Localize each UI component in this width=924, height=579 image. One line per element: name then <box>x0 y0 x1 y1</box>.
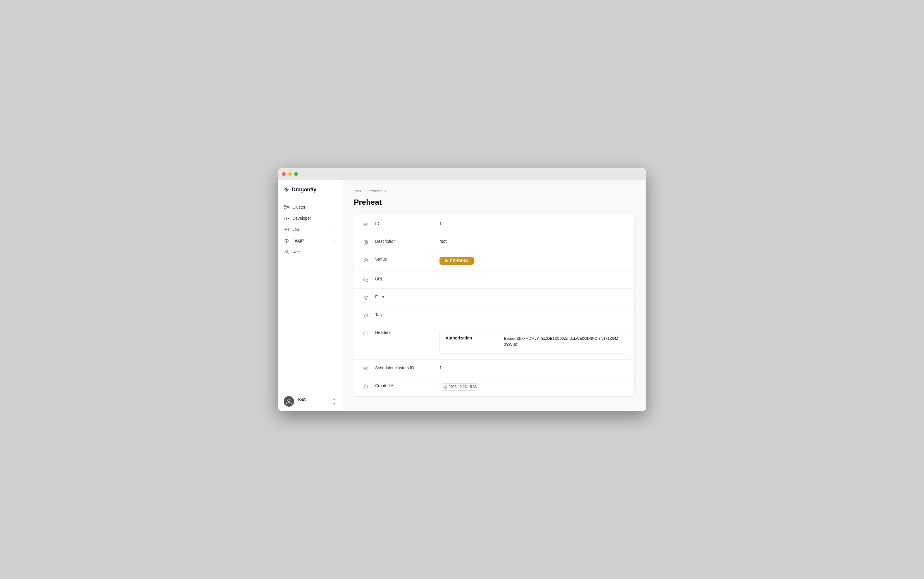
svg-point-23 <box>366 315 367 315</box>
sidebar-item-job[interactable]: Job ⌄ <box>278 224 342 235</box>
svg-point-20 <box>365 260 366 261</box>
url-value: - <box>440 276 626 281</box>
time-badge: 2023-10-23-15:33 <box>440 383 481 391</box>
headers-val: Bearer ZDkxMDMyYTEtZDE1ZC00ZmUxLWE0ODItN… <box>504 336 620 348</box>
logo-icon: ✳ <box>284 186 289 193</box>
filter-icon <box>362 295 369 300</box>
svg-marker-22 <box>364 296 368 300</box>
headers-icon <box>362 331 369 336</box>
close-button[interactable] <box>282 172 286 176</box>
breadcrumb-sep-1: / <box>363 189 364 193</box>
svg-point-9 <box>288 399 290 401</box>
svg-rect-1 <box>284 208 286 209</box>
app-body: ✳ Dragonfly Cluster <box>278 180 646 411</box>
description-label: Description <box>375 239 433 244</box>
detail-row-description: Description root <box>354 233 634 251</box>
svg-point-28 <box>364 368 366 369</box>
logo: ✳ Dragonfly <box>278 186 342 201</box>
user-nav-icon <box>284 249 289 254</box>
status-icon <box>362 257 369 263</box>
developer-icon <box>284 216 289 221</box>
detail-row-tag: Tag - <box>354 306 634 324</box>
detail-row-created-at: Created At 2023-10-23-15:33 <box>354 378 634 396</box>
main-content: jobs / preheats / 1 Preheat <box>342 180 646 411</box>
sidebar: ✳ Dragonfly Cluster <box>278 180 342 411</box>
detail-row-scheduler-clusters-id: Scheduler clusters ID 1 <box>354 360 634 378</box>
detail-row-id: ID 1 <box>354 215 634 233</box>
footer-role: - <box>298 402 329 406</box>
created-at-label: Created At <box>375 383 433 388</box>
sidebar-item-insight-label: Insight <box>292 238 330 243</box>
created-at-icon <box>362 384 369 389</box>
svg-point-19 <box>364 258 368 262</box>
created-at-value: 2023-10-23-15:33 <box>440 383 626 391</box>
job-chevron-icon: ⌄ <box>333 227 336 231</box>
footer-user-info: root - <box>298 397 329 406</box>
sidebar-item-job-label: Job <box>292 227 330 232</box>
detail-card: ID 1 Description root <box>354 215 635 397</box>
time-icon <box>443 385 447 389</box>
sidebar-item-user-label: User <box>292 249 336 254</box>
insight-icon <box>284 238 289 243</box>
titlebar <box>278 168 646 180</box>
sidebar-item-insight[interactable]: Insight ⌄ <box>278 235 342 246</box>
maximize-button[interactable] <box>294 172 298 176</box>
logo-text: Dragonfly <box>292 186 317 193</box>
status-label: Status <box>375 257 433 262</box>
description-icon <box>362 240 369 245</box>
sidebar-nav: Cluster Developer ⌄ <box>278 201 342 392</box>
sidebar-item-user[interactable]: User <box>278 246 342 257</box>
filter-value: - <box>440 294 626 299</box>
svg-point-8 <box>286 250 287 252</box>
scheduler-clusters-id-label: Scheduler clusters ID <box>375 365 433 370</box>
headers-table: Authorization Bearer ZDkxMDMyYTEtZDE1ZC0… <box>440 330 626 353</box>
tag-value: - <box>440 312 626 317</box>
svg-line-5 <box>286 217 287 220</box>
developer-chevron-icon: ⌄ <box>333 216 336 220</box>
breadcrumb: jobs / preheats / 1 <box>354 189 635 193</box>
breadcrumb-sep-2: / <box>385 189 386 193</box>
status-badge-text: PENDING <box>450 258 468 263</box>
job-icon <box>284 227 289 232</box>
time-value: 2023-10-23-15:33 <box>449 385 477 389</box>
minimize-button[interactable] <box>288 172 292 176</box>
sidebar-item-developer[interactable]: Developer ⌄ <box>278 213 342 224</box>
url-icon <box>362 277 369 283</box>
status-dot-icon <box>445 259 448 262</box>
svg-rect-2 <box>287 206 289 208</box>
filter-label: Filter <box>375 294 433 299</box>
breadcrumb-preheats[interactable]: preheats <box>368 189 382 193</box>
headers-key: Authorization <box>446 336 498 348</box>
status-badge: PENDING <box>440 257 474 265</box>
detail-row-status: Status PENDING <box>354 251 634 271</box>
tag-icon <box>362 313 369 318</box>
headers-label: Headers <box>375 330 433 335</box>
detail-row-url: URL - <box>354 271 634 289</box>
sidebar-footer[interactable]: root - ▲ ▼ <box>278 392 342 411</box>
sidebar-item-cluster-label: Cluster <box>292 205 336 209</box>
svg-point-11 <box>364 224 366 225</box>
svg-rect-0 <box>284 205 286 206</box>
detail-row-headers: Headers Authorization Bearer ZDkxMDMyYTE… <box>354 324 634 360</box>
id-value: 1 <box>440 221 626 226</box>
url-label: URL <box>375 276 433 281</box>
id-label: ID <box>375 221 433 226</box>
insight-chevron-icon: ⌄ <box>333 239 336 242</box>
scheduler-clusters-id-icon <box>362 366 369 371</box>
breadcrumb-current: 1 <box>389 189 391 193</box>
detail-row-filter: Filter - <box>354 289 634 306</box>
sidebar-item-cluster[interactable]: Cluster <box>278 201 342 213</box>
svg-line-3 <box>286 206 287 207</box>
scheduler-clusters-id-value: 1 <box>440 365 626 370</box>
headers-value: Authorization Bearer ZDkxMDMyYTEtZDE1ZC0… <box>440 330 626 353</box>
tag-label: Tag <box>375 312 433 317</box>
svg-rect-24 <box>364 332 368 335</box>
status-value: PENDING <box>440 257 626 265</box>
app-window: ✳ Dragonfly Cluster <box>278 168 646 411</box>
breadcrumb-jobs[interactable]: jobs <box>354 189 361 193</box>
description-value: root <box>440 239 626 244</box>
user-avatar <box>284 396 294 407</box>
cluster-icon <box>284 204 289 210</box>
page-title: Preheat <box>354 198 635 207</box>
sidebar-item-developer-label: Developer <box>292 216 330 221</box>
